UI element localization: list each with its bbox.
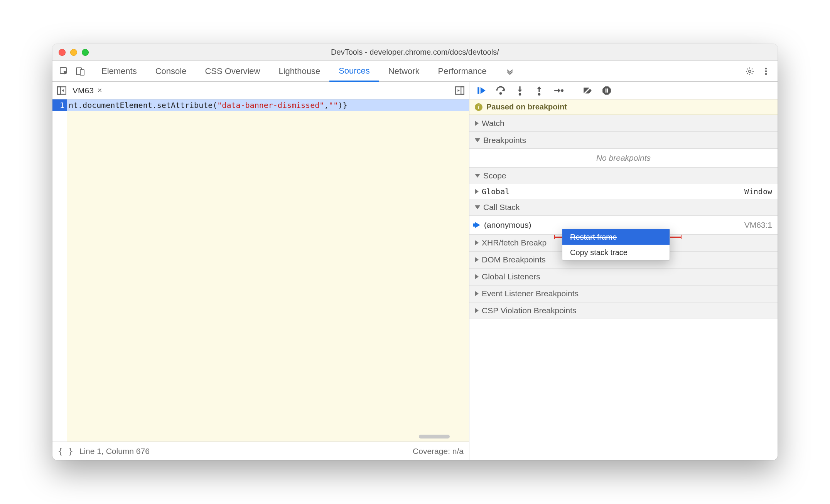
top-right-controls bbox=[738, 61, 778, 81]
no-breakpoints-text: No breakpoints bbox=[469, 149, 778, 167]
coverage-status: Coverage: n/a bbox=[413, 447, 464, 456]
current-frame-icon bbox=[475, 222, 480, 228]
section-global-listeners[interactable]: Global Listeners bbox=[469, 268, 778, 285]
more-icon[interactable] bbox=[761, 67, 771, 76]
svg-rect-8 bbox=[57, 87, 61, 94]
window-title: DevTools - developer.chrome.com/docs/dev… bbox=[52, 48, 778, 57]
device-toolbar-icon[interactable] bbox=[76, 67, 85, 76]
context-menu: Restart frame Copy stack trace bbox=[562, 229, 670, 260]
tab-network[interactable]: Network bbox=[379, 61, 429, 81]
svg-rect-20 bbox=[606, 88, 607, 92]
step-out-icon[interactable] bbox=[534, 86, 544, 96]
deactivate-breakpoints-icon[interactable] bbox=[582, 86, 592, 96]
tab-console[interactable]: Console bbox=[146, 61, 196, 81]
section-event-listener-breakpoints[interactable]: Event Listener Breakpoints bbox=[469, 285, 778, 302]
pretty-print-icon[interactable]: { } bbox=[58, 446, 73, 456]
panel-tabs: Elements Console CSS Overview Lighthouse… bbox=[92, 61, 524, 81]
scope-global-row[interactable]: Global Window bbox=[469, 184, 778, 199]
frame-location: VM63:1 bbox=[744, 220, 772, 230]
code-line[interactable]: nt.documentElement.setAttribute("data-ba… bbox=[67, 99, 469, 111]
chevron-down-icon bbox=[475, 174, 480, 178]
section-watch[interactable]: Watch bbox=[469, 115, 778, 132]
svg-rect-11 bbox=[477, 87, 479, 94]
top-toolbar: Elements Console CSS Overview Lighthouse… bbox=[52, 61, 778, 82]
svg-point-12 bbox=[499, 92, 502, 95]
chevron-right-icon bbox=[475, 308, 479, 313]
step-into-icon[interactable] bbox=[515, 86, 525, 96]
title-bar: DevTools - developer.chrome.com/docs/dev… bbox=[52, 44, 778, 61]
section-csp-violation-breakpoints[interactable]: CSP Violation Breakpoints bbox=[469, 302, 778, 319]
chevron-down-icon bbox=[475, 138, 480, 142]
settings-icon[interactable] bbox=[745, 67, 754, 76]
svg-rect-10 bbox=[461, 87, 464, 94]
horizontal-scrollbar[interactable] bbox=[419, 435, 450, 438]
svg-point-4 bbox=[765, 68, 767, 69]
chevron-right-icon bbox=[475, 240, 479, 245]
editor-panel: VM63 × 1 nt.documentElement.setAttribute… bbox=[52, 82, 469, 460]
info-icon: i bbox=[475, 103, 482, 111]
section-scope[interactable]: Scope bbox=[469, 167, 778, 184]
chevron-right-icon bbox=[475, 291, 479, 296]
pause-banner-text: Paused on breakpoint bbox=[486, 102, 567, 111]
chevron-right-icon bbox=[475, 274, 479, 279]
file-tab-label: VM63 bbox=[73, 86, 94, 95]
svg-point-14 bbox=[519, 93, 521, 96]
inspect-element-icon[interactable] bbox=[59, 67, 69, 76]
tab-sources[interactable]: Sources bbox=[329, 61, 379, 82]
section-breakpoints[interactable]: Breakpoints bbox=[469, 132, 778, 149]
svg-point-18 bbox=[561, 89, 564, 92]
debug-toolbar bbox=[469, 82, 778, 99]
chevron-down-icon bbox=[475, 205, 480, 209]
resume-icon[interactable] bbox=[476, 86, 486, 96]
devtools-window: DevTools - developer.chrome.com/docs/dev… bbox=[52, 44, 778, 460]
file-tab[interactable]: VM63 × bbox=[73, 86, 102, 95]
chevron-right-icon bbox=[475, 189, 479, 194]
editor-status-bar: { } Line 1, Column 676 Coverage: n/a bbox=[52, 442, 469, 460]
chevron-right-icon bbox=[475, 257, 479, 262]
tab-performance[interactable]: Performance bbox=[429, 61, 496, 81]
svg-point-6 bbox=[765, 73, 767, 75]
step-icon[interactable] bbox=[553, 86, 563, 96]
editor-tab-bar: VM63 × bbox=[52, 82, 469, 99]
svg-rect-21 bbox=[607, 88, 608, 92]
cursor-position: Line 1, Column 676 bbox=[79, 447, 150, 456]
main-splitter: VM63 × 1 nt.documentElement.setAttribute… bbox=[52, 82, 778, 460]
scope-global-value: Window bbox=[744, 187, 772, 196]
toolbar-separator bbox=[573, 86, 573, 96]
menu-copy-stack-trace[interactable]: Copy stack trace bbox=[562, 245, 670, 260]
tab-lighthouse[interactable]: Lighthouse bbox=[269, 61, 329, 81]
tab-css-overview[interactable]: CSS Overview bbox=[196, 61, 269, 81]
line-number[interactable]: 1 bbox=[52, 99, 67, 111]
inspect-tools bbox=[52, 61, 92, 81]
svg-rect-2 bbox=[80, 70, 84, 75]
line-gutter: 1 bbox=[52, 99, 67, 442]
svg-point-5 bbox=[765, 71, 767, 72]
svg-point-3 bbox=[749, 70, 751, 72]
pause-on-exceptions-icon[interactable] bbox=[602, 86, 612, 96]
navigator-toggle-icon[interactable] bbox=[56, 85, 67, 96]
tab-elements[interactable]: Elements bbox=[92, 61, 146, 81]
code-body[interactable]: nt.documentElement.setAttribute("data-ba… bbox=[67, 99, 469, 442]
tab-overflow[interactable] bbox=[496, 61, 524, 81]
step-over-icon[interactable] bbox=[496, 86, 506, 96]
section-call-stack[interactable]: Call Stack bbox=[469, 199, 778, 216]
code-area[interactable]: 1 nt.documentElement.setAttribute("data-… bbox=[52, 99, 469, 442]
menu-restart-frame[interactable]: Restart frame bbox=[562, 229, 670, 245]
chevron-right-icon bbox=[475, 121, 479, 126]
pause-banner: i Paused on breakpoint bbox=[469, 99, 778, 115]
svg-point-16 bbox=[538, 93, 541, 96]
debugger-toggle-icon[interactable] bbox=[454, 85, 465, 96]
debugger-panel: i Paused on breakpoint Watch Breakpoints… bbox=[469, 82, 778, 460]
close-tab-icon[interactable]: × bbox=[98, 86, 102, 95]
